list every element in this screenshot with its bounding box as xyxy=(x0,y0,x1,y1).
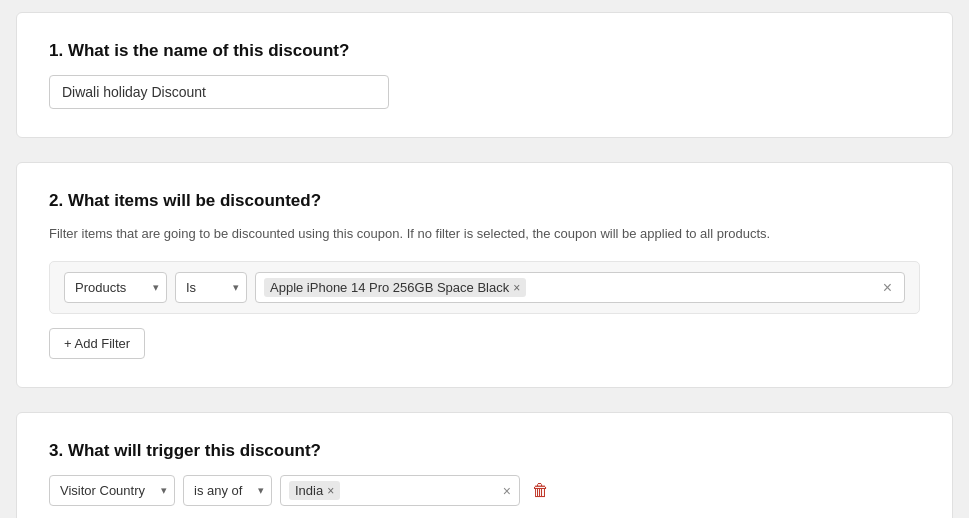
condition1-tag-remove-button[interactable]: × xyxy=(327,485,334,497)
add-filter-label: + Add Filter xyxy=(64,336,130,351)
condition1-field-select[interactable]: Visitor Country Date Range Cart Total xyxy=(49,475,175,506)
condition1-clear-button[interactable]: × xyxy=(503,483,511,499)
discount-name-input[interactable] xyxy=(49,75,389,109)
condition1-operator-wrap: is any of is not xyxy=(183,475,272,506)
filter-operator-select[interactable]: Is Is not xyxy=(175,272,247,303)
condition1-operator-select[interactable]: is any of is not xyxy=(183,475,272,506)
filter-field-wrap: Products Categories Tags xyxy=(64,272,167,303)
condition1-tag: India × xyxy=(289,481,340,500)
section-items-discounted: 2. What items will be discounted? Filter… xyxy=(16,162,953,388)
filter-tag-input: Apple iPhone 14 Pro 256GB Space Black × … xyxy=(255,272,905,303)
filter-field-select[interactable]: Products Categories Tags xyxy=(64,272,167,303)
filter-tag-text: Apple iPhone 14 Pro 256GB Space Black xyxy=(270,280,509,295)
section-trigger-discount: 3. What will trigger this discount? Visi… xyxy=(16,412,953,518)
condition1-tag-input: India × × xyxy=(280,475,520,506)
filter-clear-button[interactable]: × xyxy=(879,279,896,297)
section2-subtitle: Filter items that are going to be discou… xyxy=(49,225,920,243)
filter-tag-remove-button[interactable]: × xyxy=(513,282,520,294)
section-discount-name: 1. What is the name of this discount? xyxy=(16,12,953,138)
add-filter-button[interactable]: + Add Filter xyxy=(49,328,145,359)
condition-row-1: Visitor Country Date Range Cart Total is… xyxy=(49,475,920,506)
condition1-delete-button[interactable]: 🗑 xyxy=(528,481,553,501)
filter-row: Products Categories Tags Is Is not Apple… xyxy=(49,261,920,314)
filter-tag: Apple iPhone 14 Pro 256GB Space Black × xyxy=(264,278,526,297)
section3-title: 3. What will trigger this discount? xyxy=(49,441,920,461)
filter-operator-wrap: Is Is not xyxy=(175,272,247,303)
section1-title: 1. What is the name of this discount? xyxy=(49,41,920,61)
condition1-field-wrap: Visitor Country Date Range Cart Total xyxy=(49,475,175,506)
section2-title: 2. What items will be discounted? xyxy=(49,191,920,211)
condition1-tag-text: India xyxy=(295,483,323,498)
